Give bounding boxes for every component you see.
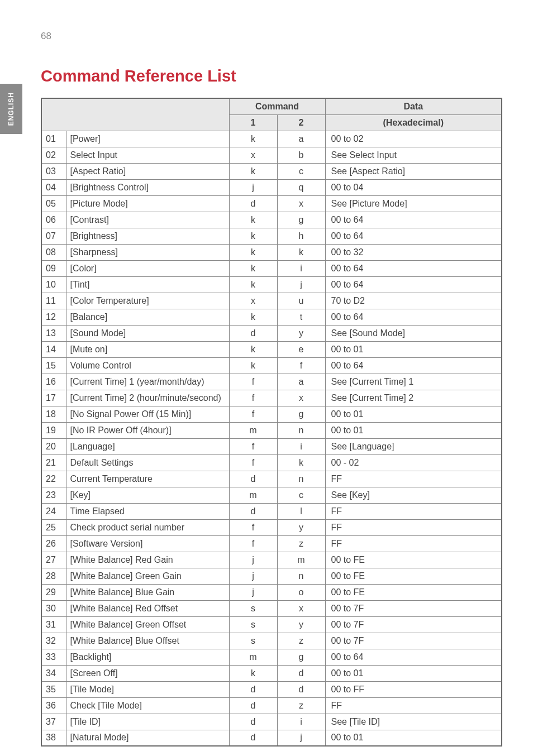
cell-num: 31 bbox=[41, 616, 66, 633]
cell-cmd2: x bbox=[277, 195, 325, 212]
cell-cmd1: k bbox=[229, 665, 277, 681]
cell-cmd1: f bbox=[229, 438, 277, 454]
cell-name: [White Balance] Green Offset bbox=[66, 616, 229, 633]
cell-name: [Screen Off] bbox=[66, 665, 229, 681]
table-row: 38[Natural Mode]dj00 to 01 bbox=[41, 730, 502, 746]
cell-data: 00 to FE bbox=[325, 568, 502, 584]
cell-data: FF bbox=[325, 697, 502, 714]
table-row: 07[Brightness]kh00 to 64 bbox=[41, 228, 502, 244]
table-row: 03[Aspect Ratio]kcSee [Aspect Ratio] bbox=[41, 163, 502, 179]
cell-num: 20 bbox=[41, 438, 66, 454]
cell-data: See [Tile ID] bbox=[325, 714, 502, 730]
cell-num: 13 bbox=[41, 325, 66, 341]
cell-num: 10 bbox=[41, 276, 66, 293]
cell-data: 00 to 01 bbox=[325, 422, 502, 438]
cell-cmd2: g bbox=[277, 406, 325, 422]
cell-data: See [Current Time] 1 bbox=[325, 374, 502, 390]
cell-data: 00 to 04 bbox=[325, 179, 502, 195]
page-content: Command Reference List Command Data 1 2 … bbox=[41, 67, 502, 747]
cell-name: [Power] bbox=[66, 131, 229, 147]
cell-cmd1: k bbox=[229, 309, 277, 325]
cell-cmd2: d bbox=[277, 665, 325, 681]
cell-cmd1: f bbox=[229, 390, 277, 406]
table-row: 32[White Balance] Blue Offsetsz00 to 7F bbox=[41, 633, 502, 649]
cell-cmd2: n bbox=[277, 568, 325, 584]
cell-cmd2: a bbox=[277, 131, 325, 147]
cell-cmd2: n bbox=[277, 422, 325, 438]
cell-data: 00 to 64 bbox=[325, 212, 502, 228]
cell-num: 35 bbox=[41, 681, 66, 697]
cell-num: 38 bbox=[41, 730, 66, 746]
cell-num: 36 bbox=[41, 697, 66, 714]
cell-num: 25 bbox=[41, 519, 66, 535]
table-row: 08[Sharpness]kk00 to 32 bbox=[41, 244, 502, 260]
table-row: 14[Mute on]ke00 to 01 bbox=[41, 341, 502, 357]
header-blank bbox=[41, 98, 229, 131]
cell-name: [Current Time] 2 (hour/minute/second) bbox=[66, 390, 229, 406]
cell-name: [Balance] bbox=[66, 309, 229, 325]
table-row: 20[Language]fiSee [Language] bbox=[41, 438, 502, 454]
cell-cmd2: x bbox=[277, 390, 325, 406]
cell-num: 02 bbox=[41, 147, 66, 163]
cell-name: [Tint] bbox=[66, 276, 229, 293]
language-tab-text: ENGLISH bbox=[7, 92, 15, 126]
cell-cmd1: d bbox=[229, 714, 277, 730]
table-row: 13[Sound Mode]dySee [Sound Mode] bbox=[41, 325, 502, 341]
cell-cmd2: y bbox=[277, 616, 325, 633]
cell-data: See [Aspect Ratio] bbox=[325, 163, 502, 179]
cell-cmd1: s bbox=[229, 633, 277, 649]
cell-cmd1: m bbox=[229, 422, 277, 438]
cell-cmd2: j bbox=[277, 730, 325, 746]
cell-cmd2: c bbox=[277, 163, 325, 179]
header-cmd1: 1 bbox=[229, 114, 277, 131]
cell-name: Check [Tile Mode] bbox=[66, 697, 229, 714]
cell-data: 00 to 01 bbox=[325, 341, 502, 357]
cell-cmd2: b bbox=[277, 147, 325, 163]
table-row: 28[White Balance] Green Gainjn00 to FE bbox=[41, 568, 502, 584]
cell-name: [White Balance] Green Gain bbox=[66, 568, 229, 584]
cell-data: See [Current Time] 2 bbox=[325, 390, 502, 406]
cell-name: Volume Control bbox=[66, 357, 229, 374]
cell-cmd1: d bbox=[229, 697, 277, 714]
cell-data: 00 to FE bbox=[325, 584, 502, 600]
cell-cmd2: t bbox=[277, 309, 325, 325]
cell-cmd1: k bbox=[229, 244, 277, 260]
cell-cmd2: g bbox=[277, 649, 325, 665]
cell-cmd1: k bbox=[229, 212, 277, 228]
cell-name: [Tile Mode] bbox=[66, 681, 229, 697]
cell-num: 01 bbox=[41, 131, 66, 147]
table-row: 33[Backlight]mg00 to 64 bbox=[41, 649, 502, 665]
cell-data: 00 to 64 bbox=[325, 260, 502, 276]
cell-name: [White Balance] Red Gain bbox=[66, 552, 229, 568]
cell-name: [No IR Power Off (4hour)] bbox=[66, 422, 229, 438]
cell-cmd1: d bbox=[229, 471, 277, 487]
table-row: 10[Tint]kj00 to 64 bbox=[41, 276, 502, 293]
cell-cmd2: x bbox=[277, 600, 325, 616]
cell-name: [Software Version] bbox=[66, 535, 229, 552]
cell-data: 00 to 01 bbox=[325, 730, 502, 746]
cell-data: 00 to FE bbox=[325, 552, 502, 568]
cell-cmd1: k bbox=[229, 260, 277, 276]
cell-cmd2: c bbox=[277, 487, 325, 503]
table-row: 23[Key]mcSee [Key] bbox=[41, 487, 502, 503]
cell-data: See [Picture Mode] bbox=[325, 195, 502, 212]
cell-data: 00 to 7F bbox=[325, 600, 502, 616]
table-row: 15Volume Controlkf00 to 64 bbox=[41, 357, 502, 374]
header-command: Command bbox=[229, 98, 325, 114]
cell-cmd1: m bbox=[229, 487, 277, 503]
table-row: 26[Software Version]fzFF bbox=[41, 535, 502, 552]
cell-cmd2: i bbox=[277, 438, 325, 454]
cell-num: 08 bbox=[41, 244, 66, 260]
cell-data: See Select Input bbox=[325, 147, 502, 163]
cell-data: 00 to 64 bbox=[325, 276, 502, 293]
cell-num: 23 bbox=[41, 487, 66, 503]
cell-data: FF bbox=[325, 471, 502, 487]
table-row: 09[Color]ki00 to 64 bbox=[41, 260, 502, 276]
cell-name: [Language] bbox=[66, 438, 229, 454]
cell-cmd1: x bbox=[229, 293, 277, 309]
cell-num: 19 bbox=[41, 422, 66, 438]
table-row: 25Check product serial numberfyFF bbox=[41, 519, 502, 535]
cell-cmd1: d bbox=[229, 681, 277, 697]
cell-num: 11 bbox=[41, 293, 66, 309]
cell-name: Time Elapsed bbox=[66, 503, 229, 519]
